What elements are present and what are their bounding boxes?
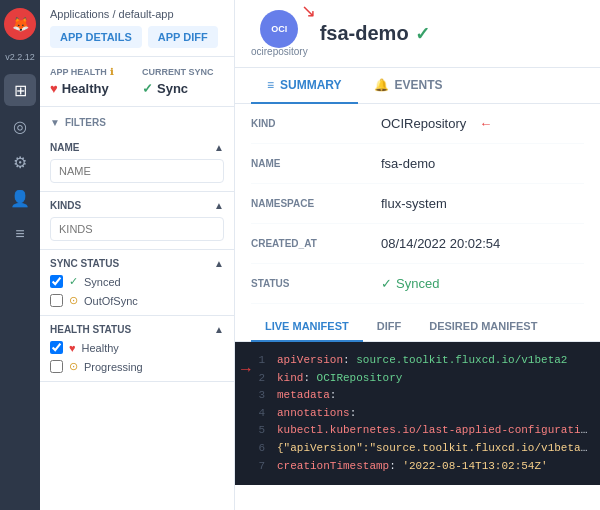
top-bar: Applications / default-app APP DETAILS A…: [40, 0, 234, 57]
synced-check-icon: ✓: [69, 275, 78, 288]
filter-panel: Applications / default-app APP DETAILS A…: [40, 0, 235, 510]
oci-label: ocirepository: [251, 46, 308, 57]
detail-row-namespace: NAMESPACE flux-system: [251, 184, 584, 224]
code-line-6: 6 {"apiVersion":"source.toolkit.fluxcd.i…: [235, 440, 600, 458]
app-details-button[interactable]: APP DETAILS: [50, 26, 142, 48]
detail-row-status: STATUS ✓ Synced: [251, 264, 584, 304]
version-label: v2.2.12: [5, 52, 35, 62]
outofsync-checkbox[interactable]: [50, 294, 63, 307]
sync-check-icon: ✓: [142, 81, 153, 96]
sidebar-icon-circle[interactable]: ◎: [4, 110, 36, 142]
manifest-tabs: LIVE MANIFEST DIFF DESIRED MANIFEST: [235, 312, 600, 342]
sidebar-icon-user[interactable]: 👤: [4, 182, 36, 214]
health-checkbox-group: ♥ Healthy ⊙ Progressing: [50, 341, 224, 373]
code-line-7: 7 creationTimestamp: '2022-08-14T13:02:5…: [235, 458, 600, 476]
tab-desired-manifest[interactable]: DESIRED MANIFEST: [415, 312, 551, 342]
app-title: fsa-demo ✓: [320, 22, 430, 45]
detail-table: KIND OCIRepository ← NAME fsa-demo NAMES…: [235, 104, 600, 304]
oci-circle: OCI: [260, 10, 298, 48]
status-section: APP HEALTH ℹ ♥ Healthy CURRENT SYNC ✓ Sy…: [40, 57, 234, 107]
chevron-up-icon: ▲: [214, 258, 224, 269]
tab-events[interactable]: 🔔 EVENTS: [358, 68, 459, 104]
summary-icon: ≡: [267, 78, 274, 92]
kind-arrow-icon: ←: [479, 116, 492, 131]
outofsync-filter-item[interactable]: ⊙ OutOfSync: [50, 294, 224, 307]
sync-value: ✓ Sync: [142, 81, 224, 96]
progressing-filter-item[interactable]: ⊙ Progressing: [50, 360, 224, 373]
chevron-up-icon: ▲: [214, 324, 224, 335]
sync-status-filter-section: SYNC STATUS ▲ ✓ Synced ⊙ OutOfSync: [40, 250, 234, 316]
verified-icon: ✓: [415, 23, 430, 45]
tab-summary[interactable]: ≡ SUMMARY: [251, 68, 358, 104]
progressing-icon: ⊙: [69, 360, 78, 373]
code-line-2: 2 kind: OCIRepository: [235, 370, 600, 388]
health-label: APP HEALTH ℹ: [50, 67, 132, 77]
name-filter-header[interactable]: NAME ▲: [50, 142, 224, 153]
detail-panel: ≡ SUMMARY 🔔 EVENTS KIND OCIRepository ← …: [235, 68, 600, 510]
code-line-4: 4 annotations:: [235, 405, 600, 423]
summary-tabs: ≡ SUMMARY 🔔 EVENTS: [235, 68, 600, 104]
kinds-filter-section: KINDS ▲: [40, 192, 234, 250]
sidebar: 🦊 v2.2.12 ⊞ ◎ ⚙ 👤 ≡: [0, 0, 40, 510]
chevron-up-icon: ▲: [214, 142, 224, 153]
name-filter-input[interactable]: [50, 159, 224, 183]
health-status-filter-section: HEALTH STATUS ▲ ♥ Healthy ⊙ Progressing: [40, 316, 234, 382]
healthy-checkbox[interactable]: [50, 341, 63, 354]
detail-row-created: CREATED_AT 08/14/2022 20:02:54: [251, 224, 584, 264]
avatar: 🦊: [4, 8, 36, 40]
kinds-filter-header[interactable]: KINDS ▲: [50, 200, 224, 211]
synced-checkbox[interactable]: [50, 275, 63, 288]
health-status-filter-header[interactable]: HEALTH STATUS ▲: [50, 324, 224, 335]
code-line-1: 1 apiVersion: source.toolkit.fluxcd.io/v…: [235, 352, 600, 370]
synced-filter-item[interactable]: ✓ Synced: [50, 275, 224, 288]
status-synced-icon: ✓: [381, 276, 392, 291]
events-icon: 🔔: [374, 78, 389, 92]
main-header: ↘ OCI ocirepository fsa-demo ✓: [235, 0, 600, 68]
sync-checkbox-group: ✓ Synced ⊙ OutOfSync: [50, 275, 224, 307]
code-arrow-icon: →: [241, 358, 251, 384]
progressing-checkbox[interactable]: [50, 360, 63, 373]
code-line-5: 5 kubectl.kubernetes.io/last-applied-con…: [235, 422, 600, 440]
arrow-icon: ↘: [301, 0, 316, 22]
tab-diff[interactable]: DIFF: [363, 312, 415, 342]
healthy-heart-icon: ♥: [69, 342, 76, 354]
sidebar-icon-gear[interactable]: ⚙: [4, 146, 36, 178]
breadcrumb: Applications / default-app: [50, 8, 224, 20]
app-buttons: APP DETAILS APP DIFF: [50, 26, 224, 48]
sidebar-icon-grid[interactable]: ⊞: [4, 74, 36, 106]
main-content: ↘ OCI ocirepository fsa-demo ✓ ≡ SUMMARY…: [235, 0, 600, 510]
app-diff-button[interactable]: APP DIFF: [148, 26, 218, 48]
detail-row-name: NAME fsa-demo: [251, 144, 584, 184]
sidebar-icon-menu[interactable]: ≡: [4, 218, 36, 250]
detail-row-kind: KIND OCIRepository ←: [251, 104, 584, 144]
kinds-filter-input[interactable]: [50, 217, 224, 241]
outofsync-icon: ⊙: [69, 294, 78, 307]
filter-funnel-icon: ▼: [50, 117, 60, 128]
chevron-up-icon: ▲: [214, 200, 224, 211]
tab-live-manifest[interactable]: LIVE MANIFEST: [251, 312, 363, 342]
code-block: → 1 apiVersion: source.toolkit.fluxcd.io…: [235, 342, 600, 485]
health-status-box: APP HEALTH ℹ ♥ Healthy: [50, 67, 132, 96]
filters-header: ▼ FILTERS: [40, 107, 234, 134]
sync-status-box: CURRENT SYNC ✓ Sync: [142, 67, 224, 96]
sync-label: CURRENT SYNC: [142, 67, 224, 77]
code-line-3: 3 metadata:: [235, 387, 600, 405]
health-value: ♥ Healthy: [50, 81, 132, 96]
healthy-filter-item[interactable]: ♥ Healthy: [50, 341, 224, 354]
heart-icon: ♥: [50, 81, 58, 96]
sync-status-filter-header[interactable]: SYNC STATUS ▲: [50, 258, 224, 269]
name-filter-section: NAME ▲: [40, 134, 234, 192]
app-title-group: fsa-demo ✓: [320, 22, 430, 45]
